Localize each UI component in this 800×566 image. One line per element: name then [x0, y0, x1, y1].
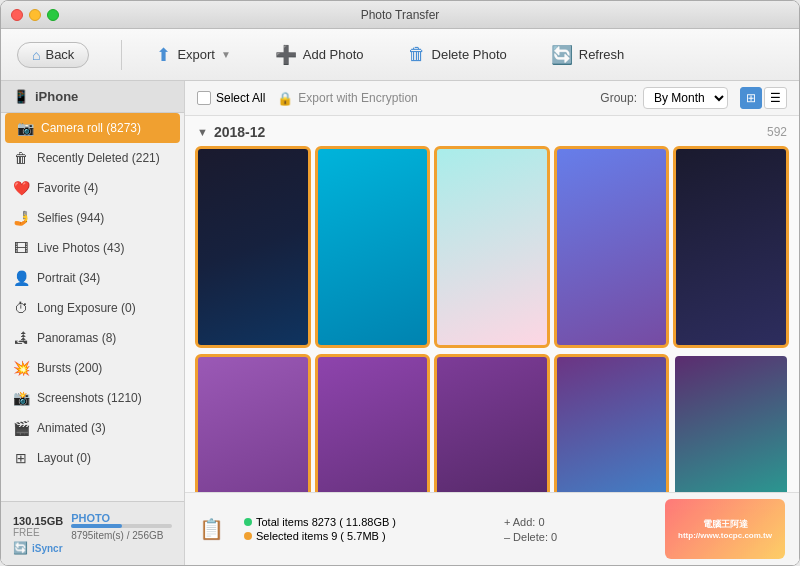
photo-thumb[interactable] [675, 148, 787, 346]
export-dropdown-icon[interactable]: ▼ [221, 49, 231, 60]
add-text: Add: [513, 516, 536, 528]
sidebar-item-9[interactable]: 📸Screenshots (1210) [1, 383, 184, 413]
window-title: Photo Transfer [361, 8, 440, 22]
refresh-button[interactable]: 🔄 Refresh [541, 39, 635, 71]
status-icon: 📋 [199, 517, 224, 541]
encrypt-wrap[interactable]: 🔒 Export with Encryption [277, 91, 417, 106]
add-delete-info: + Add: 0 – Delete: 0 [504, 516, 557, 543]
sidebar-item-label: Panoramas (8) [37, 331, 116, 345]
watermark-image: 電腦王阿達 http://www.tocpc.com.tw [665, 499, 785, 559]
list-view-button[interactable]: ☰ [764, 87, 787, 109]
select-all-label: Select All [216, 91, 265, 105]
storage-bar-area: PHOTO 8795item(s) / 256GB [71, 512, 172, 541]
main-area: 📱 iPhone 📷Camera roll (8273)🗑Recently De… [1, 81, 799, 565]
photo-thumb[interactable] [675, 356, 787, 492]
status-total-line: Total items 8273 ( 11.88GB ) [244, 516, 396, 528]
lock-icon: 🔒 [277, 91, 293, 106]
storage-free: FREE [13, 527, 63, 538]
group-title: 2018-12 [214, 124, 265, 140]
sidebar-icon: 💥 [13, 360, 29, 376]
phone-icon: 📱 [13, 89, 29, 104]
back-button[interactable]: ⌂ Back [17, 42, 89, 68]
status-dot-yellow [244, 532, 252, 540]
photo-thumb[interactable] [436, 356, 548, 492]
sidebar-item-10[interactable]: 🎬Animated (3) [1, 413, 184, 443]
refresh-label: Refresh [579, 47, 625, 62]
sidebar-icon: 📷 [17, 120, 33, 136]
select-all-checkbox[interactable] [197, 91, 211, 105]
sidebar-icon: 🤳 [13, 210, 29, 226]
status-total: Total items 8273 ( 11.88GB ) [256, 516, 396, 528]
sidebar-icon: ❤️ [13, 180, 29, 196]
sidebar-item-4[interactable]: 🎞Live Photos (43) [1, 233, 184, 263]
delete-text: Delete: [513, 531, 548, 543]
photo-area[interactable]: ▼ 2018-12 592 [185, 116, 799, 492]
watermark: 電腦王阿達 http://www.tocpc.com.tw [665, 499, 785, 559]
delete-photo-button[interactable]: 🗑 Delete Photo [398, 39, 517, 70]
status-right: + Add: 0 – Delete: 0 [504, 516, 557, 543]
toolbar: ⌂ Back ⬆ Export ▼ ➕ Add Photo 🗑 Delete P… [1, 29, 799, 81]
sidebar-item-6[interactable]: ⏱Long Exposure (0) [1, 293, 184, 323]
sidebar-footer: 130.15GB FREE PHOTO 8795item(s) / 256GB [1, 501, 184, 565]
sidebar-item-label: Selfies (944) [37, 211, 104, 225]
storage-size: 130.15GB [13, 515, 63, 527]
add-line: + Add: 0 [504, 516, 557, 528]
watermark-site: http://www.tocpc.com.tw [678, 531, 772, 540]
sidebar-item-8[interactable]: 💥Bursts (200) [1, 353, 184, 383]
sidebar-icon: 🎞 [13, 240, 29, 256]
photo-thumb[interactable] [197, 356, 309, 492]
sidebar-item-5[interactable]: 👤Portrait (34) [1, 263, 184, 293]
sync-logo: 🔄 iSyncr [13, 541, 172, 555]
export-icon: ⬆ [156, 44, 171, 66]
sidebar-icon: 📸 [13, 390, 29, 406]
sidebar-item-label: Recently Deleted (221) [37, 151, 160, 165]
status-dot-green [244, 518, 252, 526]
sidebar-item-label: Bursts (200) [37, 361, 102, 375]
close-button[interactable] [11, 9, 23, 21]
sidebar-item-label: Live Photos (43) [37, 241, 124, 255]
sidebar-item-3[interactable]: 🤳Selfies (944) [1, 203, 184, 233]
export-button[interactable]: ⬆ Export ▼ [146, 39, 240, 71]
photo-thumb[interactable] [197, 148, 309, 346]
maximize-button[interactable] [47, 9, 59, 21]
photo-grid-row1 [197, 148, 787, 346]
sidebar-icon: 👤 [13, 270, 29, 286]
sidebar-icon: 🗑 [13, 150, 29, 166]
main-window: Photo Transfer ⌂ Back ⬆ Export ▼ ➕ Add P… [0, 0, 800, 566]
group-count: 592 [767, 125, 787, 139]
grid-view-button[interactable]: ⊞ [740, 87, 762, 109]
traffic-lights [11, 9, 59, 21]
photo-label: PHOTO [71, 512, 110, 524]
sidebar-item-11[interactable]: ⊞Layout (0) [1, 443, 184, 473]
minimize-button[interactable] [29, 9, 41, 21]
group-arrow-icon: ▼ [197, 126, 208, 138]
storage-bar-fill [71, 524, 121, 528]
select-all-wrap[interactable]: Select All [197, 91, 265, 105]
photo-thumb[interactable] [317, 356, 429, 492]
watermark-brand: 電腦王阿達 [703, 518, 748, 531]
sidebar-item-0[interactable]: 📷Camera roll (8273) [5, 113, 180, 143]
sidebar-item-label: Long Exposure (0) [37, 301, 136, 315]
photo-thumb[interactable] [556, 356, 668, 492]
sidebar-icon: ⊞ [13, 450, 29, 466]
content-toolbar: Select All 🔒 Export with Encryption Grou… [185, 81, 799, 116]
export-label: Export [177, 47, 215, 62]
photo-thumb[interactable] [556, 148, 668, 346]
refresh-icon: 🔄 [551, 44, 573, 66]
delete-label-icon: – [504, 531, 510, 543]
photo-thumb[interactable] [317, 148, 429, 346]
photo-thumb[interactable] [436, 148, 548, 346]
sidebar-item-7[interactable]: 🏞Panoramas (8) [1, 323, 184, 353]
sidebar-item-2[interactable]: ❤️Favorite (4) [1, 173, 184, 203]
delete-photo-icon: 🗑 [408, 44, 426, 65]
delete-line: – Delete: 0 [504, 531, 557, 543]
sidebar-item-1[interactable]: 🗑Recently Deleted (221) [1, 143, 184, 173]
device-label: 📱 iPhone [1, 81, 184, 113]
status-bar: 📋 Total items 8273 ( 11.88GB ) Selected … [185, 492, 799, 565]
sidebar-item-label: Layout (0) [37, 451, 91, 465]
sidebar-icon: 🎬 [13, 420, 29, 436]
sidebar-item-label: Portrait (34) [37, 271, 100, 285]
add-photo-button[interactable]: ➕ Add Photo [265, 39, 374, 71]
sidebar-item-label: Camera roll (8273) [41, 121, 141, 135]
group-select[interactable]: By Month By Day By Year [643, 87, 728, 109]
